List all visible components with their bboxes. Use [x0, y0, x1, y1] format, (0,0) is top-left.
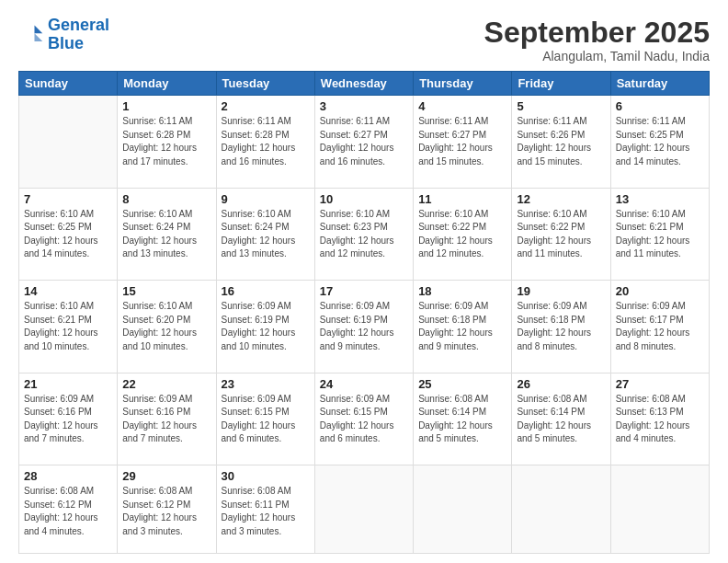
- day-number: 14: [24, 284, 112, 298]
- calendar-cell: 5Sunrise: 6:11 AMSunset: 6:26 PMDaylight…: [512, 96, 610, 188]
- calendar-cell: 8Sunrise: 6:10 AMSunset: 6:24 PMDaylight…: [118, 188, 216, 280]
- sun-info: Sunrise: 6:08 AMSunset: 6:12 PMDaylight:…: [122, 485, 210, 538]
- day-number: 11: [418, 192, 506, 206]
- sun-info: Sunrise: 6:08 AMSunset: 6:14 PMDaylight:…: [517, 393, 605, 446]
- sun-info: Sunrise: 6:10 AMSunset: 6:22 PMDaylight:…: [418, 208, 506, 261]
- sun-info: Sunrise: 6:11 AMSunset: 6:27 PMDaylight:…: [320, 115, 408, 168]
- sun-info: Sunrise: 6:09 AMSunset: 6:15 PMDaylight:…: [320, 393, 408, 446]
- sun-info: Sunrise: 6:09 AMSunset: 6:19 PMDaylight:…: [222, 300, 310, 353]
- sun-info: Sunrise: 6:10 AMSunset: 6:22 PMDaylight:…: [517, 208, 605, 261]
- day-number: 13: [616, 192, 704, 206]
- day-number: 12: [517, 192, 605, 206]
- calendar-cell: [414, 465, 512, 554]
- svg-marker-0: [35, 25, 43, 33]
- calendar-cell: [610, 465, 709, 554]
- day-number: 24: [320, 377, 408, 391]
- day-number: 18: [418, 284, 506, 298]
- day-number: 21: [24, 377, 112, 391]
- day-number: 8: [122, 192, 210, 206]
- day-number: 29: [122, 469, 210, 483]
- calendar-cell: [314, 465, 413, 554]
- calendar-cell: 2Sunrise: 6:11 AMSunset: 6:28 PMDaylight…: [216, 96, 314, 188]
- day-number: 9: [222, 192, 310, 206]
- calendar-cell: 24Sunrise: 6:09 AMSunset: 6:15 PMDayligh…: [314, 373, 413, 465]
- title-block: September 2025 Alangulam, Tamil Nadu, In…: [484, 17, 710, 63]
- col-header-tuesday: Tuesday: [216, 72, 314, 96]
- day-number: 3: [320, 99, 408, 113]
- calendar-cell: 4Sunrise: 6:11 AMSunset: 6:27 PMDaylight…: [414, 96, 512, 188]
- calendar-cell: 1Sunrise: 6:11 AMSunset: 6:28 PMDaylight…: [118, 96, 216, 188]
- logo-icon: [18, 22, 44, 48]
- day-number: 20: [616, 284, 704, 298]
- calendar-header-row: SundayMondayTuesdayWednesdayThursdayFrid…: [19, 72, 710, 96]
- calendar-cell: 28Sunrise: 6:08 AMSunset: 6:12 PMDayligh…: [19, 465, 118, 554]
- sun-info: Sunrise: 6:09 AMSunset: 6:17 PMDaylight:…: [616, 300, 704, 353]
- sun-info: Sunrise: 6:11 AMSunset: 6:25 PMDaylight:…: [616, 115, 704, 168]
- day-number: 7: [24, 192, 112, 206]
- day-number: 10: [320, 192, 408, 206]
- calendar-cell: 13Sunrise: 6:10 AMSunset: 6:21 PMDayligh…: [610, 188, 709, 280]
- sun-info: Sunrise: 6:09 AMSunset: 6:16 PMDaylight:…: [24, 393, 112, 446]
- location: Alangulam, Tamil Nadu, India: [484, 49, 710, 63]
- col-header-thursday: Thursday: [414, 72, 512, 96]
- sun-info: Sunrise: 6:10 AMSunset: 6:20 PMDaylight:…: [122, 300, 210, 353]
- day-number: 15: [122, 284, 210, 298]
- day-number: 25: [418, 377, 506, 391]
- sun-info: Sunrise: 6:10 AMSunset: 6:21 PMDaylight:…: [24, 300, 112, 353]
- calendar-cell: 16Sunrise: 6:09 AMSunset: 6:19 PMDayligh…: [216, 281, 314, 373]
- sun-info: Sunrise: 6:10 AMSunset: 6:21 PMDaylight:…: [616, 208, 704, 261]
- sun-info: Sunrise: 6:10 AMSunset: 6:24 PMDaylight:…: [122, 208, 210, 261]
- day-number: 22: [122, 377, 210, 391]
- calendar-cell: 11Sunrise: 6:10 AMSunset: 6:22 PMDayligh…: [414, 188, 512, 280]
- calendar-cell: 17Sunrise: 6:09 AMSunset: 6:19 PMDayligh…: [314, 281, 413, 373]
- calendar-cell: 3Sunrise: 6:11 AMSunset: 6:27 PMDaylight…: [314, 96, 413, 188]
- calendar-cell: 23Sunrise: 6:09 AMSunset: 6:15 PMDayligh…: [216, 373, 314, 465]
- day-number: 27: [616, 377, 704, 391]
- calendar-cell: 18Sunrise: 6:09 AMSunset: 6:18 PMDayligh…: [414, 281, 512, 373]
- logo-line1: General: [48, 16, 109, 34]
- day-number: 19: [517, 284, 605, 298]
- col-header-sunday: Sunday: [19, 72, 118, 96]
- calendar-cell: 26Sunrise: 6:08 AMSunset: 6:14 PMDayligh…: [512, 373, 610, 465]
- week-row-2: 14Sunrise: 6:10 AMSunset: 6:21 PMDayligh…: [19, 281, 710, 373]
- sun-info: Sunrise: 6:09 AMSunset: 6:19 PMDaylight:…: [320, 300, 408, 353]
- calendar-cell: [512, 465, 610, 554]
- calendar-cell: 30Sunrise: 6:08 AMSunset: 6:11 PMDayligh…: [216, 465, 314, 554]
- calendar-cell: 19Sunrise: 6:09 AMSunset: 6:18 PMDayligh…: [512, 281, 610, 373]
- sun-info: Sunrise: 6:11 AMSunset: 6:28 PMDaylight:…: [222, 115, 310, 168]
- week-row-3: 21Sunrise: 6:09 AMSunset: 6:16 PMDayligh…: [19, 373, 710, 465]
- calendar-cell: [19, 96, 118, 188]
- sun-info: Sunrise: 6:09 AMSunset: 6:18 PMDaylight:…: [517, 300, 605, 353]
- sun-info: Sunrise: 6:09 AMSunset: 6:16 PMDaylight:…: [122, 393, 210, 446]
- logo-line2: Blue: [48, 34, 84, 52]
- day-number: 6: [616, 99, 704, 113]
- sun-info: Sunrise: 6:08 AMSunset: 6:14 PMDaylight:…: [418, 393, 506, 446]
- calendar-cell: 12Sunrise: 6:10 AMSunset: 6:22 PMDayligh…: [512, 188, 610, 280]
- sun-info: Sunrise: 6:11 AMSunset: 6:27 PMDaylight:…: [418, 115, 506, 168]
- logo-text: General Blue: [48, 17, 109, 53]
- week-row-0: 1Sunrise: 6:11 AMSunset: 6:28 PMDaylight…: [19, 96, 710, 188]
- calendar-cell: 22Sunrise: 6:09 AMSunset: 6:16 PMDayligh…: [118, 373, 216, 465]
- day-number: 2: [222, 99, 310, 113]
- sun-info: Sunrise: 6:11 AMSunset: 6:28 PMDaylight:…: [122, 115, 210, 168]
- sun-info: Sunrise: 6:08 AMSunset: 6:12 PMDaylight:…: [24, 485, 112, 538]
- day-number: 26: [517, 377, 605, 391]
- sun-info: Sunrise: 6:10 AMSunset: 6:24 PMDaylight:…: [222, 208, 310, 261]
- day-number: 5: [517, 99, 605, 113]
- calendar-cell: 10Sunrise: 6:10 AMSunset: 6:23 PMDayligh…: [314, 188, 413, 280]
- sun-info: Sunrise: 6:08 AMSunset: 6:11 PMDaylight:…: [222, 485, 310, 538]
- day-number: 23: [222, 377, 310, 391]
- sun-info: Sunrise: 6:08 AMSunset: 6:13 PMDaylight:…: [616, 393, 704, 446]
- sun-info: Sunrise: 6:10 AMSunset: 6:25 PMDaylight:…: [24, 208, 112, 261]
- calendar-cell: 27Sunrise: 6:08 AMSunset: 6:13 PMDayligh…: [610, 373, 709, 465]
- calendar-cell: 7Sunrise: 6:10 AMSunset: 6:25 PMDaylight…: [19, 188, 118, 280]
- day-number: 1: [122, 99, 210, 113]
- day-number: 17: [320, 284, 408, 298]
- calendar-cell: 29Sunrise: 6:08 AMSunset: 6:12 PMDayligh…: [118, 465, 216, 554]
- month-title: September 2025: [484, 17, 710, 49]
- day-number: 28: [24, 469, 112, 483]
- calendar-cell: 9Sunrise: 6:10 AMSunset: 6:24 PMDaylight…: [216, 188, 314, 280]
- col-header-wednesday: Wednesday: [314, 72, 413, 96]
- calendar-cell: 6Sunrise: 6:11 AMSunset: 6:25 PMDaylight…: [610, 96, 709, 188]
- sun-info: Sunrise: 6:11 AMSunset: 6:26 PMDaylight:…: [517, 115, 605, 168]
